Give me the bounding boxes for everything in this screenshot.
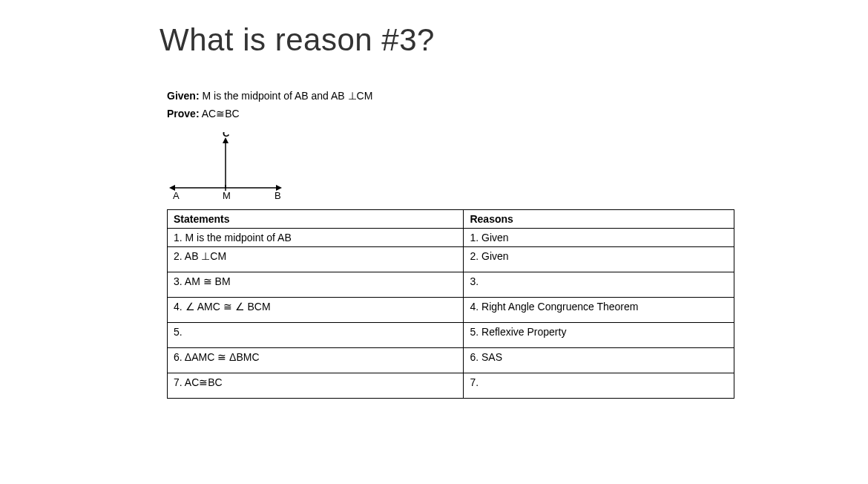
- header-reasons: Reasons: [464, 209, 734, 228]
- slide-content: What is reason #3? Given: M is the midpo…: [0, 22, 868, 399]
- prove-label: Prove:: [167, 108, 200, 120]
- proof-table: Statements Reasons 1. M is the midpoint …: [167, 209, 734, 399]
- diagram-svg: A M B C: [167, 132, 293, 199]
- prove-text: AC≅BC: [202, 108, 240, 120]
- given-line: Given: M is the midpoint of AB and AB ⊥C…: [167, 88, 727, 105]
- statement-cell: 7. AC≅BC: [168, 373, 464, 398]
- given-label: Given:: [167, 90, 200, 102]
- table-row: 3. AM ≅ BM 3.: [168, 272, 734, 297]
- table-row: 5. 5. Reflexive Property: [168, 322, 734, 347]
- table-row: 1. M is the midpoint of AB 1. Given: [168, 228, 734, 246]
- diagram-label-b: B: [274, 190, 281, 199]
- diagram-label-m: M: [223, 190, 231, 199]
- reason-cell: 3.: [464, 272, 734, 297]
- reason-cell: 6. SAS: [464, 347, 734, 373]
- reason-cell: 2. Given: [464, 246, 734, 272]
- statement-cell: 2. AB ⊥CM: [168, 246, 464, 272]
- statement-cell: 6. ΔAMC ≅ ΔBMC: [168, 347, 464, 373]
- page-title: What is reason #3?: [160, 22, 727, 58]
- header-statements: Statements: [168, 209, 464, 228]
- reason-cell: 4. Right Angle Congruence Theorem: [464, 297, 734, 322]
- reason-cell: 7.: [464, 373, 734, 398]
- statement-cell: 3. AM ≅ BM: [168, 272, 464, 297]
- reason-cell: 5. Reflexive Property: [464, 322, 734, 347]
- table-row: 6. ΔAMC ≅ ΔBMC 6. SAS: [168, 347, 734, 373]
- statement-cell: 1. M is the midpoint of AB: [168, 228, 464, 246]
- statement-cell: 4. ∠ AMC ≅ ∠ BCM: [168, 297, 464, 322]
- diagram-label-a: A: [173, 190, 180, 199]
- geometry-diagram: A M B C: [167, 132, 727, 202]
- given-prove-block: Given: M is the midpoint of AB and AB ⊥C…: [167, 88, 727, 123]
- table-row: 7. AC≅BC 7.: [168, 373, 734, 398]
- statement-cell: 5.: [168, 322, 464, 347]
- table-row: 4. ∠ AMC ≅ ∠ BCM 4. Right Angle Congruen…: [168, 297, 734, 322]
- given-text: M is the midpoint of AB and AB ⊥CM: [202, 90, 372, 102]
- diagram-label-c: C: [223, 132, 230, 139]
- prove-line: Prove: AC≅BC: [167, 105, 727, 123]
- reason-cell: 1. Given: [464, 228, 734, 246]
- table-row: 2. AB ⊥CM 2. Given: [168, 246, 734, 272]
